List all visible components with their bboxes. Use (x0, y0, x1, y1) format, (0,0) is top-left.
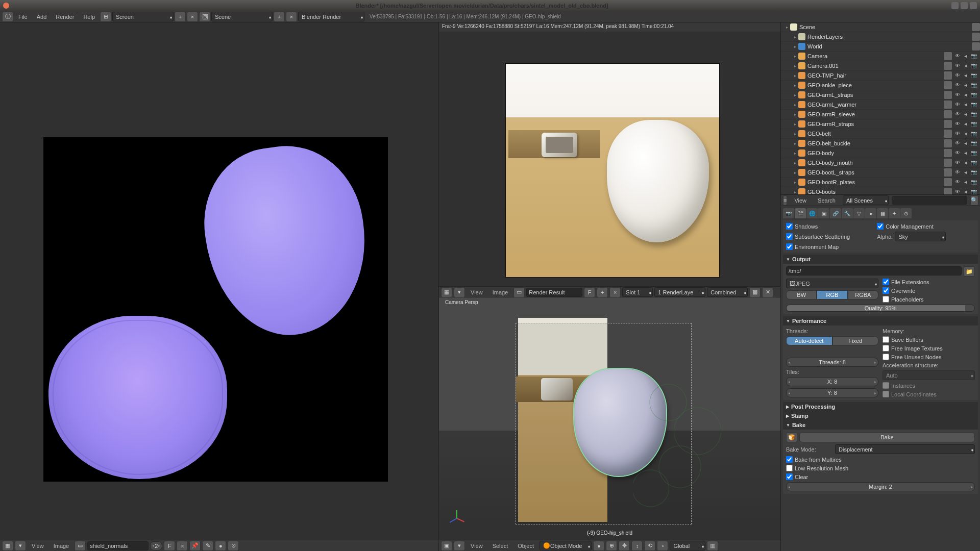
unlink-icon[interactable]: × (609, 287, 621, 297)
menu-view[interactable]: View (467, 542, 487, 550)
restrict-render-icon[interactable]: 📷 (970, 160, 977, 166)
image-users[interactable]: 2 (150, 541, 162, 550)
uv-canvas[interactable] (43, 137, 388, 482)
restrict-view-icon[interactable]: 👁 (954, 121, 961, 128)
output-path-field[interactable]: /tmp/ (786, 266, 962, 276)
restrict-select-icon[interactable]: ◂ (962, 102, 969, 108)
minimize-icon[interactable] (951, 2, 959, 9)
paint-icon[interactable]: ✎ (202, 541, 213, 551)
chk-color-mgmt[interactable]: Color Management (877, 223, 964, 230)
restrict-view-icon[interactable]: 👁 (954, 131, 961, 137)
restrict-select-icon[interactable]: ◂ (962, 169, 969, 176)
chk-free-nodes[interactable]: Free Unused Nodes (883, 354, 975, 360)
margin-field[interactable]: Margin: 2 (786, 482, 975, 491)
menu-select[interactable]: Select (488, 542, 512, 550)
menu-help[interactable]: Help (79, 13, 99, 21)
menu-search[interactable]: Search (814, 196, 840, 205)
outliner-row[interactable]: ▸ GEO-body_mouth 👁 ◂ 📷 (781, 158, 980, 168)
pass-dropdown[interactable]: Combined (707, 287, 748, 297)
editor-type-icon[interactable]: ⓘ (2, 12, 13, 22)
collapse-icon[interactable]: ▾ (454, 541, 465, 551)
close-icon[interactable] (3, 3, 9, 9)
rotate-gizmo-icon[interactable]: ⟲ (644, 541, 655, 551)
tab-scene[interactable]: 🎬 (795, 208, 806, 218)
tab-particles[interactable]: ✦ (889, 208, 900, 218)
tiles-x-field[interactable]: X: 8 (786, 377, 878, 386)
tab-constraints[interactable]: 🔗 (830, 208, 841, 218)
search-icon[interactable]: 🔍 (970, 195, 978, 206)
outliner-row[interactable]: ▸ GEO-armL_warmer 👁 ◂ 📷 (781, 100, 980, 110)
tab-object[interactable]: ▣ (818, 208, 829, 218)
translate-gizmo-icon[interactable]: ↕ (631, 541, 643, 551)
restrict-render-icon[interactable]: 📷 (970, 140, 977, 147)
maximize-icon[interactable] (961, 2, 968, 9)
tab-world[interactable]: 🌐 (806, 208, 818, 218)
image-browse-icon[interactable]: ▭ (513, 287, 525, 297)
restrict-select-icon[interactable]: ◂ (962, 179, 969, 186)
uv-snap-icon[interactable]: ⊙ (228, 541, 239, 551)
fake-user-icon[interactable]: F (164, 541, 175, 551)
restrict-view-icon[interactable]: 👁 (954, 111, 961, 118)
restrict-view-icon[interactable]: 👁 (954, 63, 961, 69)
outliner-row[interactable]: ▸ GEO-bootR_plates 👁 ◂ 📷 (781, 178, 980, 187)
restrict-view-icon[interactable]: 👁 (954, 179, 961, 186)
scale-gizmo-icon[interactable]: ▫ (657, 541, 668, 551)
tab-material[interactable]: ● (865, 208, 876, 218)
chk-lowres[interactable]: Low Resolution Mesh (786, 465, 975, 471)
chk-clear[interactable]: Clear (786, 473, 975, 480)
editor-type-icon[interactable]: ▦ (2, 541, 13, 551)
restrict-view-icon[interactable]: 👁 (954, 150, 961, 157)
outliner-row[interactable]: ▸ GEO-TMP_hair 👁 ◂ 📷 (781, 71, 980, 81)
restrict-view-icon[interactable]: 👁 (954, 72, 961, 79)
menu-view[interactable]: View (467, 288, 487, 296)
slot-dropdown[interactable]: Slot 1 (622, 287, 653, 297)
menu-view[interactable]: View (790, 196, 811, 205)
image-browse-icon[interactable]: ▭ (75, 541, 86, 551)
renderlayer-dropdown[interactable]: 1 RenderLaye (654, 287, 705, 297)
outliner-row[interactable]: ▸ GEO-armR_sleeve 👁 ◂ 📷 (781, 110, 980, 119)
menu-image[interactable]: Image (488, 288, 512, 296)
screen-layout-dropdown[interactable]: Screen (112, 12, 174, 21)
restrict-view-icon[interactable]: 👁 (954, 53, 961, 60)
alpha-mode-dropdown[interactable]: Sky (895, 232, 946, 241)
outliner-row[interactable]: ▸ GEO-bootL_straps 👁 ◂ 📷 (781, 168, 980, 178)
btn-auto[interactable]: Auto-detect (786, 336, 832, 345)
restrict-select-icon[interactable]: ◂ (962, 53, 969, 60)
restrict-render-icon[interactable]: 📷 (970, 179, 977, 186)
tab-texture[interactable]: ▦ (877, 208, 888, 218)
scene-icon[interactable]: 🞖 (199, 12, 210, 22)
editor-type-icon[interactable]: ▣ (441, 541, 452, 551)
outliner-search-input[interactable] (892, 196, 967, 205)
restrict-select-icon[interactable]: ◂ (962, 160, 969, 166)
format-dropdown[interactable]: 🖼 JPEG (786, 279, 878, 288)
tab-physics[interactable]: ⊙ (900, 208, 912, 218)
outliner-row[interactable]: ▸ GEO-belt_buckle 👁 ◂ 📷 (781, 139, 980, 148)
screen-icon[interactable]: ⊞ (100, 12, 111, 22)
restrict-view-icon[interactable]: 👁 (954, 92, 961, 98)
outliner-row[interactable]: ▸ Camera 👁 ◂ 📷 (781, 52, 980, 61)
tiles-y-field[interactable]: Y: 8 (786, 388, 878, 397)
restrict-render-icon[interactable]: 📷 (970, 150, 977, 157)
btn-rgb[interactable]: RGB (817, 290, 847, 299)
restrict-select-icon[interactable]: ◂ (962, 72, 969, 79)
quality-slider[interactable]: Quality: 95% (786, 305, 975, 312)
restrict-select-icon[interactable]: ◂ (962, 63, 969, 69)
restrict-view-icon[interactable]: 👁 (954, 140, 961, 147)
tab-data[interactable]: ▽ (853, 208, 865, 218)
restrict-view-icon[interactable]: 👁 (954, 160, 961, 166)
restrict-select-icon[interactable]: ◂ (962, 150, 969, 157)
restrict-render-icon[interactable]: 📷 (970, 72, 977, 79)
pin-icon[interactable]: 📌 (189, 541, 201, 551)
bake-button[interactable]: Bake (799, 432, 975, 442)
outliner-row[interactable]: ▸ GEO-armL_straps 👁 ◂ 📷 (781, 90, 980, 100)
chk-sss[interactable]: Subsurface Scattering (786, 232, 873, 241)
restrict-select-icon[interactable]: ◂ (962, 111, 969, 118)
orientation-dropdown[interactable]: Global (670, 541, 705, 550)
chk-free-tex[interactable]: Free Image Textures (883, 345, 975, 352)
editor-type-icon[interactable]: ≡ (783, 195, 787, 206)
restrict-view-icon[interactable]: 👁 (954, 102, 961, 108)
restrict-select-icon[interactable]: ◂ (962, 131, 969, 137)
restrict-select-icon[interactable]: ◂ (962, 92, 969, 98)
restrict-render-icon[interactable]: 📷 (970, 131, 977, 137)
restrict-render-icon[interactable]: 📷 (970, 82, 977, 89)
